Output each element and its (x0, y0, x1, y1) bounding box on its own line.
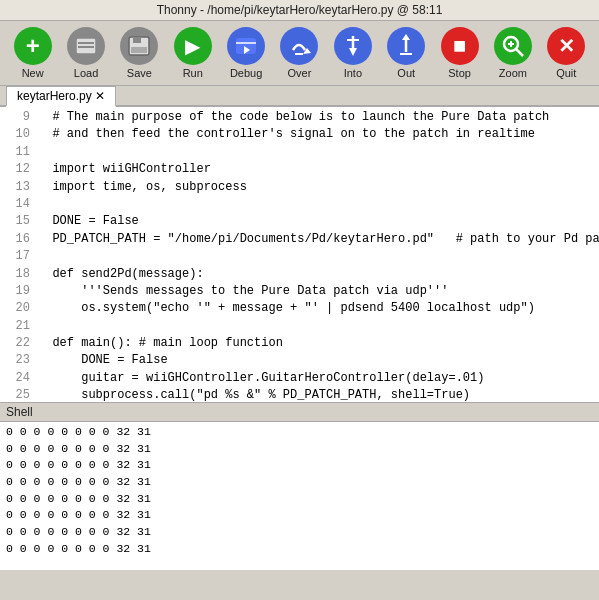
table-row: 16 PD_PATCH_PATH = "/home/pi/Documents/P… (4, 231, 595, 248)
table-row: 21 (4, 318, 595, 335)
line-number: 25 (4, 387, 30, 402)
load-label: Load (74, 67, 98, 79)
line-code: DONE = False (38, 213, 139, 230)
line-number: 24 (4, 370, 30, 387)
table-row: 23 DONE = False (4, 352, 595, 369)
line-code: def send2Pd(message): (38, 266, 204, 283)
svg-marker-15 (402, 34, 410, 40)
line-number: 14 (4, 196, 30, 213)
svg-marker-12 (349, 48, 357, 56)
svg-line-18 (516, 49, 523, 56)
line-number: 18 (4, 266, 30, 283)
load-icon (67, 27, 105, 65)
debug-label: Debug (230, 67, 262, 79)
save-label: Save (127, 67, 152, 79)
list-item: 0 0 0 0 0 0 0 0 32 31 (6, 507, 593, 524)
line-number: 10 (4, 126, 30, 143)
svg-rect-2 (78, 46, 94, 48)
line-number: 21 (4, 318, 30, 335)
table-row: 19 '''Sends messages to the Pure Data pa… (4, 283, 595, 300)
save-button[interactable]: Save (115, 25, 164, 81)
table-row: 25 subprocess.call("pd %s &" % PD_PATCH_… (4, 387, 595, 402)
tab-keytarhero[interactable]: keytarHero.py ✕ (6, 86, 116, 107)
list-item: 0 0 0 0 0 0 0 0 32 31 (6, 491, 593, 508)
new-icon: + (14, 27, 52, 65)
over-label: Over (288, 67, 312, 79)
zoom-icon (494, 27, 532, 65)
list-item: 0 0 0 0 0 0 0 0 32 31 (6, 457, 593, 474)
run-button[interactable]: ▶ Run (168, 25, 217, 81)
table-row: 10 # and then feed the controller's sign… (4, 126, 595, 143)
out-icon (387, 27, 425, 65)
quit-button[interactable]: ✕ Quit (542, 25, 591, 81)
into-button[interactable]: Into (328, 25, 377, 81)
line-number: 11 (4, 144, 30, 161)
shell-output[interactable]: 0 0 0 0 0 0 0 0 32 310 0 0 0 0 0 0 0 32 … (0, 422, 599, 570)
line-number: 13 (4, 179, 30, 196)
over-button[interactable]: Over (275, 25, 324, 81)
table-row: 13 import time, os, subprocess (4, 179, 595, 196)
tab-label: keytarHero.py ✕ (17, 89, 105, 103)
load-button[interactable]: Load (61, 25, 110, 81)
toolbar: + New Load Save ▶ Run (0, 21, 599, 86)
stop-label: Stop (448, 67, 471, 79)
list-item: 0 0 0 0 0 0 0 0 32 31 (6, 424, 593, 441)
shell-label: Shell (0, 402, 599, 422)
out-label: Out (397, 67, 415, 79)
new-button[interactable]: + New (8, 25, 57, 81)
line-number: 22 (4, 335, 30, 352)
title-text: Thonny - /home/pi/keytarHero/keytarHero.… (157, 3, 443, 17)
table-row: 9 # The main purpose of the code below i… (4, 109, 595, 126)
title-bar: Thonny - /home/pi/keytarHero/keytarHero.… (0, 0, 599, 21)
code-lines: 9 # The main purpose of the code below i… (0, 107, 599, 402)
new-label: New (22, 67, 44, 79)
list-item: 0 0 0 0 0 0 0 0 32 31 (6, 474, 593, 491)
line-code: guitar = wiiGHController.GuitarHeroContr… (38, 370, 484, 387)
line-code: os.system("echo '" + message + "' | pdse… (38, 300, 535, 317)
line-code: # and then feed the controller's signal … (38, 126, 535, 143)
stop-icon: ■ (441, 27, 479, 65)
line-code: import time, os, subprocess (38, 179, 247, 196)
line-number: 23 (4, 352, 30, 369)
line-number: 15 (4, 213, 30, 230)
quit-icon: ✕ (547, 27, 585, 65)
stop-button[interactable]: ■ Stop (435, 25, 484, 81)
line-code: subprocess.call("pd %s &" % PD_PATCH_PAT… (38, 387, 470, 402)
into-label: Into (344, 67, 362, 79)
table-row: 18 def send2Pd(message): (4, 266, 595, 283)
shell-section: Shell 0 0 0 0 0 0 0 0 32 310 0 0 0 0 0 0… (0, 402, 599, 570)
table-row: 14 (4, 196, 595, 213)
table-row: 20 os.system("echo '" + message + "' | p… (4, 300, 595, 317)
debug-button[interactable]: Debug (221, 25, 270, 81)
line-code: DONE = False (38, 352, 168, 369)
zoom-button[interactable]: Zoom (488, 25, 537, 81)
list-item: 0 0 0 0 0 0 0 0 32 31 (6, 441, 593, 458)
table-row: 22 def main(): # main loop function (4, 335, 595, 352)
line-code: def main(): # main loop function (38, 335, 283, 352)
code-editor[interactable]: 9 # The main purpose of the code below i… (0, 107, 599, 402)
out-button[interactable]: Out (382, 25, 431, 81)
line-number: 16 (4, 231, 30, 248)
list-item: 0 0 0 0 0 0 0 0 32 31 (6, 541, 593, 558)
quit-label: Quit (556, 67, 576, 79)
table-row: 15 DONE = False (4, 213, 595, 230)
table-row: 17 (4, 248, 595, 265)
shell-lines: 0 0 0 0 0 0 0 0 32 310 0 0 0 0 0 0 0 32 … (6, 424, 593, 557)
svg-rect-1 (78, 42, 94, 44)
list-item: 0 0 0 0 0 0 0 0 32 31 (6, 524, 593, 541)
into-icon (334, 27, 372, 65)
table-row: 12 import wiiGHController (4, 161, 595, 178)
line-code: '''Sends messages to the Pure Data patch… (38, 283, 448, 300)
zoom-label: Zoom (499, 67, 527, 79)
svg-rect-5 (131, 47, 147, 53)
run-label: Run (183, 67, 203, 79)
line-number: 9 (4, 109, 30, 126)
over-icon (280, 27, 318, 65)
line-number: 20 (4, 300, 30, 317)
svg-rect-4 (133, 37, 141, 43)
line-code: import wiiGHController (38, 161, 211, 178)
line-code: PD_PATCH_PATH = "/home/pi/Documents/Pd/k… (38, 231, 599, 248)
tab-bar: keytarHero.py ✕ (0, 86, 599, 107)
line-number: 12 (4, 161, 30, 178)
line-code: # The main purpose of the code below is … (38, 109, 549, 126)
